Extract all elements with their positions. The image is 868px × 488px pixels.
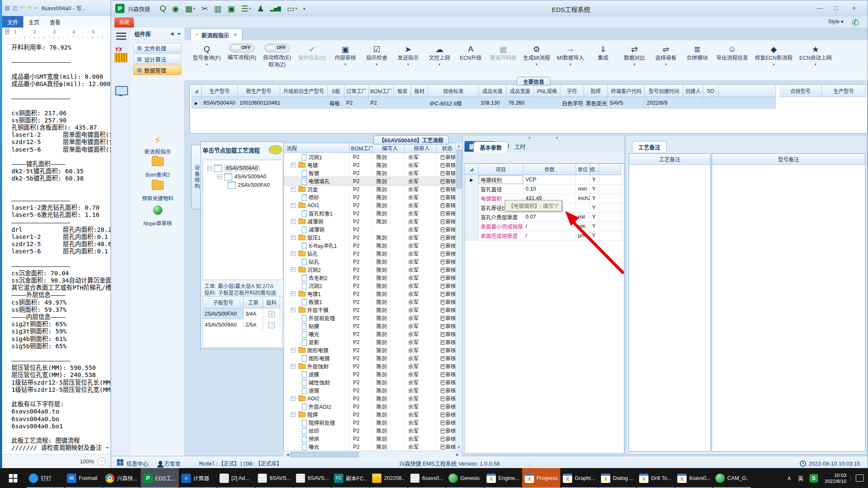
param-cell[interactable] <box>576 175 590 184</box>
column-header[interactable]: 状态 <box>437 143 456 153</box>
system-tab[interactable]: 系统 <box>114 17 134 28</box>
flow-row[interactable]: 曝光P2陈剑佘军已审核 <box>284 330 456 338</box>
column-header[interactable]: 合拼型号 <box>779 85 822 97</box>
flow-row[interactable]: AOI2P2陈剑佘军已审核 <box>284 394 456 402</box>
flow-row[interactable]: 贴膜P2陈剑佘军已审核 <box>284 322 456 330</box>
column-header[interactable]: 字符 <box>560 85 584 97</box>
column-header[interactable]: BOM工厂 <box>369 85 394 97</box>
scissors-icon[interactable]: ✂ <box>201 4 208 14</box>
table-cell[interactable] <box>280 97 328 109</box>
sidebar-item-icon[interactable] <box>131 157 184 167</box>
flow-row[interactable]: 外层干膜P2陈剑佘军已审核 <box>284 306 456 314</box>
flow-row[interactable]: 碱性蚀刻P2陈剑佘军已审核 <box>284 378 456 386</box>
param-cell[interactable] <box>599 212 621 222</box>
table-cell[interactable] <box>534 97 560 109</box>
ribbon-button[interactable]: ≣合拼模块 <box>685 44 709 62</box>
flow-vertical-scrollbar[interactable]: ▲ ▼ <box>455 143 462 451</box>
flow-row[interactable]: 钻孔P2陈剑佘军已审核 <box>284 258 456 266</box>
param-item[interactable]: 表面完成铜厚度 <box>479 231 523 240</box>
param-cell[interactable]: Y <box>590 212 599 222</box>
param-cell[interactable]: inch2 <box>576 194 590 203</box>
grid-icon[interactable]: ☰▾ <box>241 4 251 14</box>
table-cell[interactable]: SAVS <box>608 97 645 109</box>
flow-row[interactable]: 退膜P2陈剑佘军已审核 <box>284 370 456 378</box>
work-order[interactable]: 2/5A <box>244 319 263 330</box>
column-header[interactable]: 创建人 <box>683 85 703 97</box>
flow-row[interactable]: 预烘P2陈剑佘军已审核 <box>284 435 456 443</box>
collapse-left-icon[interactable]: ◀ <box>170 31 173 36</box>
param-cell[interactable]: mil <box>576 212 590 222</box>
params-row[interactable]: 盲孔直径0.10mmY <box>465 184 623 194</box>
param-cell[interactable] <box>599 184 621 194</box>
param-cell[interactable]: μm <box>576 222 590 231</box>
flow-row[interactable]: 阻焊前处理P2陈剑佘军已审核 <box>284 419 456 427</box>
sidebar-item-label[interactable]: Nope单审核 <box>131 219 184 227</box>
taskbar-item[interactable]: 6SAVS... <box>255 468 293 488</box>
work-order[interactable]: 3/4A <box>244 308 263 319</box>
scrollbar-thumb[interactable] <box>456 150 462 189</box>
ribbon-button[interactable]: ⚙生成MI流程▾ <box>523 44 550 67</box>
taskbar-item[interactable]: XDrill To... <box>637 468 675 488</box>
tab-new-flow-instruction[interactable]: ⚡ 新流程指示 ✕ <box>190 28 242 41</box>
expand-icon[interactable] <box>291 251 295 256</box>
eds-titlebar[interactable]: P 兴森快捷 Q◉▦▾✂▥▣☰▾♟▂▅▇▭▾▾ <box>111 0 868 17</box>
table-cell[interactable]: 76.260 <box>506 97 534 109</box>
table-cell[interactable] <box>683 97 703 109</box>
column-header[interactable]: ◢ <box>191 85 202 97</box>
ribbon-button[interactable]: ⇄数据对比▾ <box>622 44 647 67</box>
table-cell[interactable] <box>394 97 411 109</box>
table-row[interactable]: 2SAVS00FA03/4A✓ <box>203 308 280 319</box>
expand-icon[interactable] <box>291 364 295 369</box>
scroll-up-icon[interactable]: ▲ <box>456 144 462 148</box>
flow-row[interactable]: 钻孔P2陈剑佘军已审核 <box>284 250 456 258</box>
param-cell[interactable]: Y <box>590 175 599 184</box>
param-cell[interactable] <box>599 231 621 240</box>
table-cell[interactable]: P2 <box>369 97 394 109</box>
column-header[interactable]: 成品宽度 <box>506 85 534 97</box>
person-icon[interactable]: ♟ <box>257 4 264 14</box>
tab-process-remarks[interactable]: 工艺备注 <box>632 141 667 152</box>
flow-row[interactable]: 板镀P2陈剑佘军已审核 <box>284 169 456 177</box>
taskbar-item[interactable]: CAM_G... <box>713 468 751 488</box>
expand-icon[interactable] <box>291 187 295 191</box>
hamburger-menu-icon[interactable] <box>116 36 126 37</box>
expand-icon[interactable] <box>291 267 295 272</box>
process-remarks-list[interactable]: 工艺备注 <box>629 153 711 452</box>
expand-icon[interactable] <box>217 175 222 179</box>
param-cell[interactable] <box>465 194 479 203</box>
column-header[interactable]: 升级前旧生产型号 <box>280 85 328 97</box>
expand-icon[interactable] <box>207 166 212 171</box>
param-cell[interactable] <box>599 175 621 184</box>
zoom-out-button[interactable]: − <box>97 458 106 466</box>
param-cell[interactable] <box>465 222 479 231</box>
flow-row[interactable]: 盲孔检查1P2陈剑佘军已审核 <box>284 209 456 217</box>
redo-icon[interactable]: ↷ <box>28 5 32 11</box>
flow-row[interactable]: 沉铜1P2陈剑佘军已审核 <box>284 153 456 161</box>
minimize-button[interactable]: — <box>812 3 827 13</box>
sidebar-group-2[interactable]: ▦设计算法 <box>133 54 181 64</box>
taskbar-item[interactable]: PEDS工... <box>141 468 179 488</box>
feed-checkbox-cell[interactable] <box>263 319 280 330</box>
flow-row[interactable]: 沉铜2P2陈剑佘军已审核 <box>284 282 456 290</box>
column-header[interactable]: 型号创建时间 <box>645 85 683 97</box>
close-button[interactable]: × <box>847 3 861 13</box>
feed-checkbox-cell[interactable]: ✓ <box>263 308 280 319</box>
tray-expand-icon[interactable]: ∧ <box>787 475 791 481</box>
model-remarks-list[interactable]: 型号备注 <box>712 153 865 452</box>
main-table-row[interactable]: ▶6SAVS004A010010600110461母板P2P2IPC-6012 … <box>191 97 776 109</box>
taskbar-item[interactable]: XProgress <box>522 468 560 488</box>
sidebar-item-icon[interactable] <box>131 205 184 216</box>
flow-row[interactable]: 板镀1P2陈剑佘军已审核 <box>284 298 456 306</box>
expand-icon[interactable] <box>291 348 295 352</box>
table-cell[interactable]: 6SAVS004A0 <box>202 97 238 109</box>
column-header[interactable] <box>718 85 776 97</box>
taskbar-item[interactable]: XDialog ... <box>598 468 637 488</box>
table-cell[interactable] <box>411 97 428 109</box>
maximize-button[interactable]: □ <box>829 3 843 13</box>
monitor-icon[interactable] <box>115 86 128 95</box>
param-cell[interactable] <box>599 194 621 203</box>
ribbon-button[interactable]: →MI数据导入▾ <box>557 44 584 67</box>
column-header[interactable]: 编写人 <box>373 143 405 153</box>
ribbon-button[interactable]: ▣内部审核▾ <box>333 44 358 67</box>
param-cell[interactable]: μm <box>576 231 590 240</box>
